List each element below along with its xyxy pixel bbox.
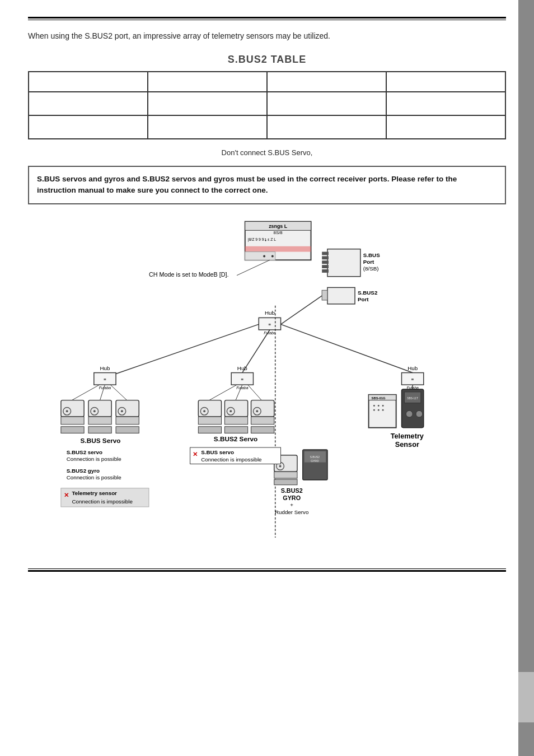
telemetry-impossible-label: Telemetry sensor [72, 490, 118, 496]
servo-center [203, 410, 205, 412]
diagram-svg: zsngs L 8S/8 |8/Z 9 9 9 ʇ ε Z L [28, 216, 506, 563]
receiver-highlight [245, 246, 311, 251]
sbus2-gyro-label: S.BUS2 [281, 487, 303, 493]
sbus2-port-block [327, 287, 355, 304]
table-cell [148, 115, 267, 139]
hub-right-icon: ≡ [411, 377, 414, 382]
bottom-rule-thick [28, 570, 506, 572]
sbs11t-label: SBS-11T [407, 396, 418, 399]
sbus2-servo-label: S.BUS2 Servo [214, 435, 257, 442]
table-cell [267, 92, 386, 115]
gyro-label2: GYRO [311, 459, 319, 462]
sbus-impossible-label: S.BUS servo [201, 449, 234, 455]
gyro-connector [274, 472, 297, 478]
sbus-port-block [327, 249, 360, 276]
sbus-impossible-text: Connection is impossible [201, 456, 262, 462]
table-cell [386, 92, 505, 115]
bottom-rule-thin [28, 568, 506, 569]
hub-mid-to-servo [209, 385, 237, 400]
sbus2-gyro-label2: GYRO [283, 494, 301, 501]
top-rule-thick [28, 17, 506, 18]
sbus2-port-connector [322, 290, 327, 300]
sbs11t-circle [406, 410, 413, 417]
servo-center [256, 410, 258, 412]
servo-connector [61, 417, 84, 424]
hub-to-right-line [281, 324, 413, 372]
servo-center [93, 410, 96, 412]
servo-connector [198, 417, 221, 424]
hub-right-label: Hub [407, 365, 418, 371]
hub-center-text: ≡ [269, 322, 271, 327]
table-cell [267, 72, 386, 92]
port-dot [271, 255, 274, 257]
table-cell [386, 115, 505, 139]
sbs-label: SBS-01G [372, 396, 386, 399]
warning-text: S.BUS servos and gyros and S.BUS2 servos… [37, 175, 457, 194]
side-tab [518, 0, 534, 756]
receiver-sbus-port [245, 251, 275, 260]
sbus2-servo-possible-text: Connection is possible [67, 455, 122, 461]
sbus2-to-hub-line [281, 296, 322, 324]
hub-center-label: Hub [265, 310, 275, 316]
servo-bottom-conn [61, 426, 84, 433]
receiver-sublabel: 8S/8 [274, 230, 283, 235]
sbus2-gyro-possible-text: Connection is possible [67, 474, 122, 480]
servo-bottom-conn [198, 426, 221, 433]
servo-bottom-conn [224, 426, 247, 433]
sbus-pin [322, 269, 329, 273]
sbus2-table [28, 71, 506, 139]
intro-text: When using the S.BUS2 port, an impressiv… [28, 31, 506, 40]
hub-mid-icon: ≡ [241, 377, 244, 382]
gyro-label: S.BUS2 [310, 455, 320, 458]
sbus2-gyro-possible-label: S.BUS2 gyro [67, 468, 100, 474]
telemetry-impossible-text: Connection is impossible [72, 498, 133, 505]
sbus-servo-group-left [61, 400, 139, 424]
cross-mark-left: ✕ [64, 492, 69, 498]
sbus2-port-label: S.BUS2 [358, 290, 378, 296]
sbus-pin [322, 260, 329, 264]
servo-bottom-conn [116, 426, 139, 433]
sbus-port-label: S.BUS [363, 252, 380, 258]
telemetry-sensor-label2: Sensor [395, 440, 419, 449]
table-title: S.BUS2 TABLE [28, 54, 506, 66]
table-cell [29, 115, 148, 139]
gyro-center [279, 465, 282, 467]
sbs11t-circle2 [416, 410, 423, 417]
table-row [29, 115, 505, 139]
sbus-port-label2: Port [363, 259, 374, 265]
rudder-servo-label: Rudder Servo [275, 508, 309, 515]
sbs-dot [378, 404, 380, 406]
table-row [29, 92, 505, 115]
servo-connector [251, 417, 274, 424]
servo-center [121, 410, 123, 412]
table-cell [29, 92, 148, 115]
sbs-dot [378, 409, 380, 410]
side-tab-lower [518, 672, 534, 722]
sbus-pin [322, 265, 329, 268]
hub-left-futaba: Futaba [99, 386, 111, 390]
top-rule-thin [28, 20, 506, 20]
servo-connector [116, 417, 139, 424]
sbs-dot [373, 409, 375, 410]
sbus-port-label3: (8/SB) [363, 265, 379, 271]
servo-center [229, 410, 232, 412]
hub-left-to-servo3 [110, 385, 127, 400]
receiver-label: zsngs L [269, 223, 287, 229]
hub-mid-label: Hub [237, 365, 248, 371]
hub-mid-futaba: Futaba [236, 386, 249, 390]
sbus2-servo-possible-label: S.BUS2 servo [67, 449, 102, 455]
sbus2-gyro-plus: + [290, 502, 293, 508]
hub-left-icon: ≡ [104, 377, 106, 382]
port-dot [263, 255, 265, 257]
diagram-area: zsngs L 8S/8 |8/Z 9 9 9 ʇ ε Z L [28, 216, 506, 563]
sbus-servo-label: S.BUS Servo [81, 437, 121, 444]
hub-left-label: Hub [100, 365, 110, 371]
table-cell [148, 72, 267, 92]
hub-mid-to-servo [248, 385, 262, 400]
sbus-pin [322, 256, 329, 259]
sbs-dot [382, 404, 384, 406]
hub-left-to-servo1 [72, 385, 100, 400]
servo-bottom-conn [251, 426, 274, 433]
sbs-dot [373, 404, 375, 406]
cross-mark-center: ✕ [193, 450, 198, 457]
